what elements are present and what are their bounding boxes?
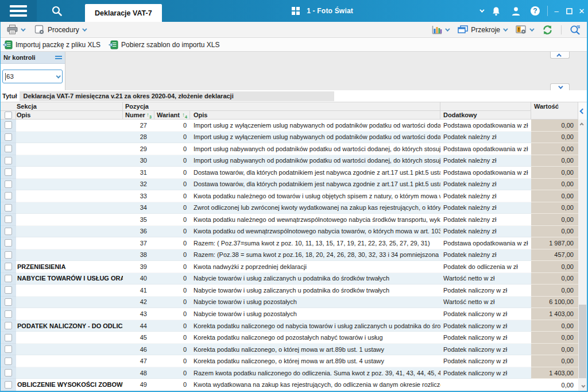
help-button[interactable]: ?	[528, 0, 542, 22]
refresh-button[interactable]	[539, 23, 556, 37]
header-numer[interactable]: Numer↑3	[123, 111, 154, 120]
row-checkbox[interactable]	[5, 216, 12, 223]
vertical-scrollbar[interactable]	[578, 120, 587, 391]
table-row[interactable]: 310Dostawa towarów, dla których podatnik…	[1, 167, 578, 179]
row-checkbox[interactable]	[5, 358, 12, 365]
cell-wartosc[interactable]: 0,00	[531, 179, 578, 191]
cell-wartosc[interactable]: 0,00	[531, 132, 578, 144]
sort-ascending-icon[interactable]: ↑3	[146, 112, 152, 119]
row-checkbox[interactable]	[5, 263, 12, 270]
row-checkbox[interactable]	[5, 381, 12, 389]
view-settings-button[interactable]	[513, 23, 536, 37]
row-checkbox[interactable]	[5, 121, 12, 129]
table-row[interactable]: 320Dostawa towarów, dla których podatnik…	[1, 179, 578, 191]
cell-wartosc[interactable]: 0,00	[531, 190, 578, 202]
cell-wartosc[interactable]: 0,00	[531, 273, 578, 285]
user-button[interactable]	[509, 0, 523, 22]
cell-wartosc[interactable]: 1 987,00	[531, 237, 578, 249]
table-row[interactable]: 300Import usług nabywanych od podatników…	[1, 155, 578, 167]
row-checkbox[interactable]	[5, 251, 12, 259]
cell-wartosc[interactable]: 0,00	[531, 167, 578, 179]
table-row[interactable]: PODATEK NALICZONY - DO ODLICZE440Korekta…	[1, 320, 578, 332]
cell-wartosc[interactable]: 0,00	[531, 120, 578, 132]
row-checkbox[interactable]	[5, 369, 12, 376]
row-checkbox[interactable]	[5, 157, 12, 164]
row-checkbox[interactable]	[5, 204, 12, 212]
row-checkbox[interactable]	[5, 180, 12, 188]
scrollbar-thumb[interactable]	[579, 305, 586, 378]
cell-wartosc[interactable]: 0,00	[531, 261, 578, 273]
table-row[interactable]: 360Kwota podatku od wewnątrzwspólnotoweg…	[1, 226, 578, 238]
table-row[interactable]: NABYCIE TOWARÓW I USŁUG ORAZ I400Nabycie…	[1, 273, 578, 285]
row-checkbox[interactable]	[5, 345, 12, 353]
przekroje-button[interactable]: Przekroje	[455, 23, 509, 37]
panel-scroll-down-button[interactable]	[550, 83, 570, 90]
cell-wartosc[interactable]: 0,00	[531, 379, 578, 391]
table-row[interactable]: 280Import usług z wyłączeniem uslug naby…	[1, 132, 578, 144]
combo-chevron-icon[interactable]	[56, 74, 60, 78]
cell-wartosc[interactable]: 0,00	[531, 155, 578, 167]
table-row[interactable]: 470Korekta podatku naliczonego, o której…	[1, 355, 578, 367]
cell-wartosc[interactable]: 0,00	[531, 214, 578, 226]
row-checkbox[interactable]	[5, 133, 12, 141]
table-row[interactable]: 410Nabycie towarów i usług zaliczanych u…	[1, 285, 578, 297]
company-chevron-icon[interactable]	[479, 7, 484, 12]
notifications-button[interactable]	[489, 0, 503, 22]
cell-wartosc[interactable]: 1 403,00	[531, 367, 578, 379]
header-wartosc[interactable]: Wartość	[531, 102, 578, 120]
collapse-panel-button[interactable]	[578, 102, 587, 120]
maximize-button[interactable]	[563, 0, 575, 22]
row-checkbox[interactable]	[5, 286, 12, 294]
cell-wartosc[interactable]: 0,00	[531, 226, 578, 238]
table-row[interactable]: 460Korekta podatku naliczonego, o której…	[1, 344, 578, 356]
row-checkbox[interactable]	[5, 145, 12, 152]
table-row[interactable]: 340Zwrot odliczonej lub zwróconej kwoty …	[1, 202, 578, 214]
row-checkbox[interactable]	[5, 275, 12, 282]
table-row[interactable]: 330Kwota podatku należnego od towarów i …	[1, 190, 578, 202]
print-dropdown-chevron-icon[interactable]	[21, 26, 25, 31]
cell-wartosc[interactable]: 0,00	[531, 143, 578, 155]
table-row[interactable]: 420Nabycie towarów i usług pozostałychWa…	[1, 297, 578, 309]
advanced-search-button[interactable]	[567, 23, 583, 37]
procedury-button[interactable]: Procedury	[32, 23, 88, 37]
table-row[interactable]: 370Razem: ( Poz.37=suma kwot z poz. 10, …	[1, 237, 578, 249]
header-wariant[interactable]: Wariant↑4	[154, 111, 190, 120]
close-button[interactable]: ✕	[575, 0, 588, 22]
row-checkbox[interactable]	[5, 168, 12, 176]
import-xls-button[interactable]: Importuj paczkę z pliku XLS	[3, 40, 100, 49]
cell-wartosc[interactable]: 6 100,00	[531, 297, 578, 309]
table-row[interactable]: 480Razem kwota podatku naliczonego do od…	[1, 367, 578, 379]
header-opis-pozycja[interactable]: Opis	[190, 111, 440, 120]
cell-wartosc[interactable]: 0,00	[531, 332, 578, 344]
chart-dropdown-chevron-icon[interactable]	[445, 26, 450, 31]
view-settings-chevron-icon[interactable]	[529, 26, 534, 31]
minimize-button[interactable]: –	[550, 0, 563, 22]
row-checkbox[interactable]	[5, 334, 12, 341]
tab-deklaracje-vat7[interactable]: Deklaracje VAT-7	[85, 4, 162, 22]
hamburger-menu-button[interactable]	[0, 0, 37, 22]
filter-header[interactable]: Nr kontroli	[1, 52, 65, 64]
row-checkbox[interactable]	[5, 310, 12, 318]
panel-scroll-up-button[interactable]	[550, 52, 570, 59]
download-template-button[interactable]: Pobierz szablon do importu XLS	[109, 40, 219, 49]
header-sekcja[interactable]: Sekcja	[1, 102, 123, 111]
cell-wartosc[interactable]: 0,00	[531, 285, 578, 297]
table-row[interactable]: 450Korekta podatku naliczonego od pozost…	[1, 332, 578, 344]
table-row[interactable]: 290Import usług nabywanych od podatników…	[1, 143, 578, 155]
table-row[interactable]: 270Import usług z wyłączeniem uslug naby…	[1, 120, 578, 132]
scroll-down-button[interactable]	[578, 382, 587, 391]
cell-wartosc[interactable]: 0,00	[531, 355, 578, 367]
table-row[interactable]: 380Razem: (Poz.38 = suma kwot z poz.16, …	[1, 249, 578, 262]
cell-wartosc[interactable]: 0,00	[531, 320, 578, 332]
filter-combobox[interactable]: 63	[2, 70, 63, 83]
filter-menu-icon[interactable]	[55, 56, 62, 59]
cell-wartosc[interactable]: 457,00	[531, 249, 578, 262]
chart-button[interactable]	[429, 23, 451, 37]
header-dodatkowy[interactable]: Dodatkowy	[440, 111, 531, 120]
print-button[interactable]	[4, 23, 27, 37]
titlebar-search-button[interactable]	[37, 0, 77, 22]
table-row[interactable]: 430Nabycie towarów i usług pozostałychPo…	[1, 308, 578, 320]
table-row[interactable]: OBLICZENIE WYSOKOŚCI ZOBOWIĄZ490Kwota wy…	[1, 379, 578, 391]
row-checkbox[interactable]	[5, 298, 12, 306]
header-pozycja[interactable]: Pozycja	[123, 102, 440, 111]
